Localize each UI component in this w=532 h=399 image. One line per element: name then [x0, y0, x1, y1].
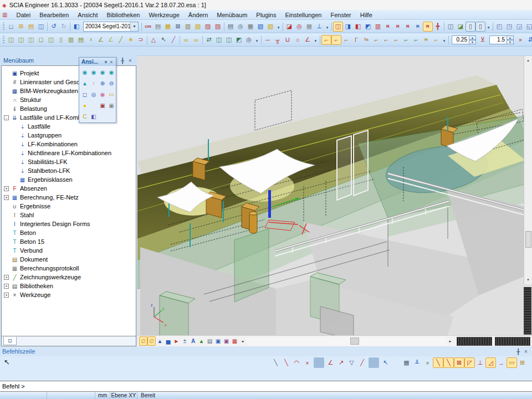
beam-angle2-icon[interactable]: ∠	[106, 35, 116, 45]
rename-add-icon[interactable]: R	[413, 22, 423, 32]
toolbar-icon[interactable]	[224, 22, 224, 31]
circle-icon[interactable]: ○	[293, 35, 303, 45]
print-icon[interactable]: ▤	[226, 22, 236, 32]
find-icon[interactable]: ◎	[244, 35, 254, 45]
beam-section-icon[interactable]: ▤	[76, 35, 86, 45]
toolbar-icon[interactable]	[493, 22, 493, 31]
document-icon[interactable]: ▤	[206, 336, 214, 346]
vertical-stripe-control[interactable]	[524, 287, 531, 335]
close-icon[interactable]: ×	[522, 349, 530, 355]
rename-sel-icon[interactable]: R	[383, 22, 393, 32]
menu-bibliotheken[interactable]: Bibliotheken	[102, 11, 144, 19]
undo-icon[interactable]: ↺	[49, 22, 59, 32]
new-project-icon[interactable]: □	[6, 22, 16, 32]
tree-stabilitaets-lfk[interactable]: ⇣ Stabilitäts-LFK	[2, 157, 136, 166]
project-combo[interactable]: 20034 Segel1-201 ▼	[83, 22, 139, 32]
open-box-icon[interactable]: ▭	[107, 90, 116, 99]
tree-nichtlineare-lfk[interactable]: ⇣ Nichtlineare LF-Kombinationen	[2, 149, 136, 157]
scroll-right-icon[interactable]: ►	[447, 337, 454, 345]
beam-i-icon[interactable]: I	[86, 35, 96, 45]
dimension-icon[interactable]: ⊥	[314, 22, 324, 32]
stripe-control-2[interactable]	[495, 337, 530, 346]
tree-lastgruppen[interactable]: ⇣ Lastgruppen	[2, 131, 136, 140]
image-add-icon[interactable]: ▣	[222, 336, 231, 346]
labels-flag-icon[interactable]: ►	[172, 336, 181, 346]
stripe-control-1[interactable]	[457, 337, 492, 346]
save-view-icon[interactable]: ◫	[446, 22, 456, 32]
expand-toggle-icon[interactable]: +	[4, 275, 9, 280]
menu-fenster[interactable]: Fenster	[326, 11, 355, 19]
status-plane[interactable]: Ebene XY	[110, 392, 137, 399]
light-icon[interactable]: ●	[80, 101, 89, 110]
zoom-in-icon[interactable]: ⊕	[98, 79, 107, 88]
expand-toggle-icon[interactable]: -	[4, 115, 9, 120]
render-photo2-icon[interactable]: ▣	[107, 101, 116, 110]
menu-hilfe[interactable]: Hilfe	[356, 11, 377, 19]
table-layout1-icon[interactable]: ▨	[203, 22, 213, 32]
toolbar-icon[interactable]	[147, 35, 147, 44]
toolbar-icon[interactable]	[70, 22, 70, 31]
frame-view2-icon[interactable]: ⌐	[331, 35, 341, 45]
frame-view8-icon[interactable]: ⌐	[391, 35, 401, 45]
snap-icon[interactable]	[314, 357, 324, 368]
snap-vector-icon[interactable]: ↗	[336, 357, 346, 368]
tree-protokoll[interactable]: ▦ Berechnungsprotokoll	[2, 264, 136, 273]
array-icon[interactable]: ◫	[224, 35, 234, 45]
member-red-icon[interactable]: ◧	[353, 22, 363, 32]
column-pair-icon[interactable]: ◫	[26, 35, 36, 45]
document-view-icon[interactable]: ▧	[265, 22, 275, 32]
frame-a-icon[interactable]: ▯	[466, 22, 475, 32]
hinge-icon[interactable]: ⊔	[283, 35, 293, 45]
expand-toggle-icon[interactable]: +	[4, 195, 9, 200]
menu-bearbeiten[interactable]: Bearbeiten	[35, 11, 73, 19]
view-person-icon[interactable]: ↑	[89, 79, 98, 88]
line-grid-icon[interactable]: ╨	[412, 357, 422, 368]
toolbar-icon[interactable]	[283, 22, 283, 31]
tree-stahl[interactable]: I Stahl	[2, 211, 136, 219]
menu-datei[interactable]: Datei	[12, 11, 35, 19]
toolbar-icon[interactable]	[141, 22, 142, 31]
expand-toggle-icon[interactable]: +	[4, 293, 9, 298]
factor-spinner[interactable]: 1.5 ▲▼	[489, 35, 514, 44]
rename-x-icon[interactable]: R	[403, 22, 413, 32]
menubaum-tab[interactable]: ⊡	[3, 337, 17, 345]
snap-node-icon[interactable]: ◸	[464, 357, 475, 368]
palette-titlebar[interactable]: Ansi... ▾ ×	[79, 58, 116, 66]
rename-cursor-icon[interactable]: R	[393, 22, 403, 32]
zoom-selection-icon[interactable]: ◉	[98, 90, 107, 99]
member-blue-icon[interactable]: ◩	[363, 22, 373, 32]
status-unit[interactable]: mm	[95, 392, 110, 399]
snap-icon[interactable]	[391, 357, 401, 368]
walk-mode-icon[interactable]: ⇵	[525, 35, 532, 45]
vertical-scrollbar[interactable]: ▲ ▼	[524, 56, 532, 284]
snap-calc-icon[interactable]: ⊞	[517, 357, 528, 368]
tree-ergebnisse[interactable]: ∪ Ergebnisse	[2, 202, 136, 211]
angle-icon[interactable]: ∠	[303, 35, 313, 45]
column-arc-icon[interactable]: ◻	[36, 35, 46, 45]
snap-perp-icon[interactable]: ⊥	[475, 357, 485, 368]
scale-icon[interactable]: ⊻	[478, 35, 488, 45]
show-loads1-icon[interactable]: ∅	[139, 336, 147, 346]
scroll-down-icon[interactable]: ▼	[524, 276, 532, 284]
options-grid-icon[interactable]: ▦	[163, 22, 173, 32]
mesh-icon[interactable]: ▦	[231, 336, 239, 346]
export-view-icon[interactable]: ◪	[456, 22, 466, 32]
table-layout2-icon[interactable]: ▨	[213, 22, 223, 32]
snap-angle-icon[interactable]: ∠	[325, 357, 336, 368]
zoom-doc-icon[interactable]: ◎	[294, 22, 304, 32]
paste-corner1-icon[interactable]: ◰	[494, 22, 504, 32]
beam-icon[interactable]: ▯	[56, 35, 66, 45]
frame-green1-icon[interactable]: ⌐	[401, 35, 411, 45]
zoom-window-icon[interactable]: ◻	[80, 90, 89, 99]
image-icon[interactable]: ▣	[214, 336, 222, 346]
tree-lastfaelle[interactable]: ⇣ Lastfälle	[2, 122, 136, 131]
snap-green-icon[interactable]: ×	[422, 357, 433, 368]
tree-zeichnungswerkzeuge[interactable]: + ╱ Zeichnungswerkzeuge	[2, 273, 136, 282]
frame-green2-icon[interactable]: ⌐	[411, 35, 421, 45]
support-icon[interactable]: ╥	[273, 35, 283, 45]
document-add-icon[interactable]: ▧	[255, 22, 265, 32]
paste-corner2-icon[interactable]: ◳	[504, 22, 514, 32]
toolbar-icon[interactable]	[448, 35, 449, 44]
tree-werkzeuge[interactable]: + × Werkzeuge	[2, 290, 136, 299]
toolbar-icon[interactable]	[261, 35, 262, 44]
